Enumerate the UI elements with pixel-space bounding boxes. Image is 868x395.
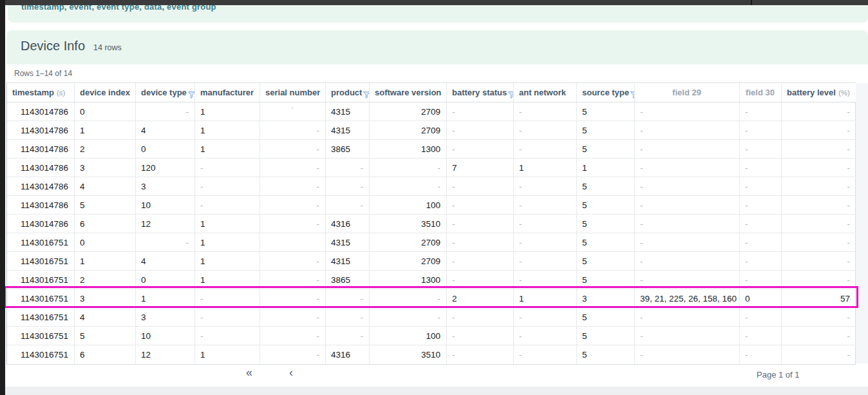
table-row[interactable]: 11430167510-143152709--5--- — [7, 233, 855, 252]
filter-icon[interactable] — [187, 91, 195, 99]
table-row[interactable]: 1143014786510---100--5--- — [7, 196, 855, 215]
column-header-battery-level[interactable]: battery level(%) — [782, 83, 856, 102]
column-header-field-29[interactable]: field 29 — [635, 83, 740, 102]
table-cell: 39, 21, 225, 26, 158, 160 — [635, 289, 740, 308]
column-header-ant-network[interactable]: ant network — [514, 83, 577, 102]
table-cell: 1143014786 — [7, 140, 75, 159]
table-cell: - — [195, 327, 260, 345]
column-header-product[interactable]: product — [326, 83, 370, 102]
table-cell: - — [447, 215, 514, 233]
table-cell: - — [447, 177, 514, 196]
previous-page-button[interactable]: ‹ — [289, 365, 293, 380]
table-cell: 4 — [75, 308, 136, 327]
table-row[interactable]: 11430147860-1-43152709--5--- — [7, 102, 855, 121]
table-cell: - — [514, 233, 577, 252]
table-cell: 1 — [195, 121, 260, 140]
table-row[interactable]: 114301675143------5--- — [7, 308, 855, 327]
table-row[interactable]: 11430147863120----711--- — [7, 159, 855, 177]
table-cell: 0 — [75, 102, 136, 121]
table-cell: 5 — [577, 308, 635, 327]
table-cell: 5 — [577, 177, 635, 196]
table-cell: - — [635, 121, 740, 140]
table-cell: - — [782, 327, 856, 345]
table-cell: 57 — [782, 289, 856, 308]
table-cell: - — [782, 159, 856, 177]
table-cell: 1 — [195, 140, 260, 159]
column-header-label: timestamp — [12, 88, 54, 97]
table-row[interactable]: 11430147866121-43163510--5--- — [7, 215, 855, 233]
table-cell: - — [260, 289, 326, 308]
table-cell: 3865 — [326, 271, 370, 289]
filter-icon[interactable] — [630, 91, 635, 99]
table-cell: 5 — [577, 271, 635, 289]
column-header-device-type[interactable]: device type — [136, 83, 195, 102]
table-cell: 4315 — [326, 252, 370, 271]
window-top-edge-divider — [751, 0, 752, 5]
table-row[interactable]: 11430167516121-43163510--5--- — [7, 345, 855, 364]
table-cell: 1143016751 — [7, 252, 75, 271]
table-cell: 1 — [514, 159, 577, 177]
table-cell: 1143014786 — [7, 121, 75, 140]
table-cell: - — [782, 102, 856, 121]
column-header-source-type[interactable]: source type — [577, 83, 635, 102]
table-cell: - — [136, 102, 195, 121]
table-cell: 3 — [75, 289, 136, 308]
table-cell: 1143016751 — [7, 289, 75, 308]
column-header-device-index[interactable]: device index — [75, 83, 136, 102]
column-header-manufacturer[interactable]: manufacturer — [195, 83, 260, 102]
table-cell: - — [260, 252, 326, 271]
table-cell: - — [782, 215, 856, 233]
table-cell: - — [260, 345, 326, 364]
column-header-unit: (s) — [57, 89, 65, 97]
table-row[interactable]: 1143016751510---100--5--- — [7, 327, 855, 345]
table-cell: - — [370, 289, 447, 308]
column-header-serial-number[interactable]: serial number — [260, 83, 326, 102]
table-cell: 1143016751 — [7, 233, 75, 252]
device-info-panel-header[interactable]: Device Info 14 rows — [6, 30, 868, 64]
table-cell: - — [447, 140, 514, 159]
table-cell: - — [195, 159, 260, 177]
table-cell: - — [635, 308, 740, 327]
table-cell: 1300 — [370, 140, 447, 159]
table-cell: - — [514, 102, 577, 121]
table-row[interactable]: 1143016751201-38651300--5--- — [7, 271, 855, 289]
table-row[interactable]: 1143016751141-43152709--5--- — [7, 252, 855, 271]
table-cell: 4 — [136, 252, 195, 271]
table-cell: 4315 — [326, 102, 370, 121]
table-cell: 120 — [136, 159, 195, 177]
table-cell: 2709 — [370, 121, 447, 140]
column-header-field-30[interactable]: field 30 — [740, 83, 782, 102]
table-cell: - — [260, 215, 326, 233]
column-header-battery-status[interactable]: battery status — [447, 83, 514, 102]
table-row[interactable]: 114301478643------5--- — [7, 177, 855, 196]
table-cell: 7 — [447, 159, 514, 177]
table-cell: - — [740, 196, 782, 215]
page-indicator: Page 1 of 1 — [757, 370, 800, 380]
table-cell: - — [782, 233, 856, 252]
column-header-timestamp[interactable]: timestamp(s) — [7, 83, 75, 102]
table-row[interactable]: 114301675131----21339, 21, 225, 26, 158,… — [7, 289, 855, 308]
table-cell: 0 — [136, 271, 195, 289]
table-right-gutter — [856, 83, 868, 363]
table-cell: - — [260, 271, 326, 289]
table-cell: - — [260, 308, 326, 327]
filter-icon[interactable] — [507, 91, 514, 99]
filter-icon[interactable] — [363, 91, 370, 99]
table-cell: - — [782, 308, 856, 327]
table-cell: 2709 — [370, 252, 447, 271]
table-cell: - — [782, 177, 856, 196]
table-cell: 1 — [195, 271, 260, 289]
table-cell: - — [514, 215, 577, 233]
table-row[interactable]: 1143014786141-43152709--5--- — [7, 121, 855, 140]
column-header-unit: (%) — [838, 89, 850, 97]
first-page-button[interactable]: « — [246, 365, 252, 380]
table-cell: - — [635, 177, 740, 196]
table-cell: - — [782, 121, 856, 140]
table-cell: 1143016751 — [7, 345, 75, 364]
column-header-label: field 29 — [672, 88, 701, 97]
table-cell: - — [447, 233, 514, 252]
column-header-label: ant network — [519, 88, 566, 97]
column-header-software-version[interactable]: software version — [370, 83, 447, 102]
table-row[interactable]: 1143014786201-38651300--5--- — [7, 140, 855, 159]
page-background — [0, 387, 868, 395]
